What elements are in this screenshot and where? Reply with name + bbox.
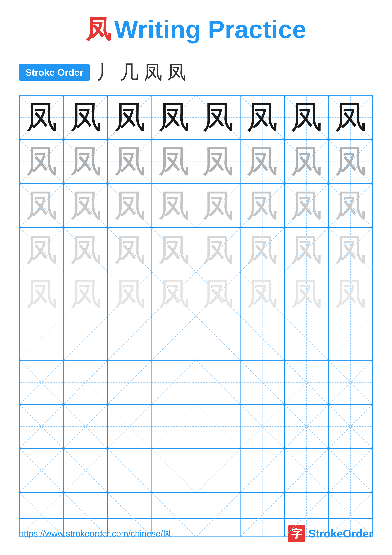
practice-char: 凤: [291, 102, 322, 133]
grid-cell[interactable]: [240, 404, 284, 449]
logo-order: Order: [343, 527, 373, 540]
svg-line-103: [152, 361, 196, 404]
grid-cell[interactable]: 凤: [64, 139, 108, 183]
grid-cell[interactable]: 凤: [152, 95, 196, 139]
grid-cell[interactable]: [64, 360, 108, 404]
practice-char: 凤: [335, 234, 366, 266]
practice-char: 凤: [158, 146, 190, 177]
svg-line-106: [241, 361, 284, 404]
grid-cell[interactable]: [108, 360, 152, 404]
grid-cell[interactable]: [196, 360, 240, 404]
grid-cell[interactable]: [284, 316, 328, 360]
grid-cell[interactable]: [108, 449, 152, 493]
grid-cell[interactable]: 凤: [240, 272, 284, 316]
grid-cell[interactable]: [196, 404, 240, 449]
practice-char: 凤: [114, 190, 146, 221]
svg-line-110: [329, 361, 372, 404]
grid-cell[interactable]: 凤: [20, 228, 64, 272]
grid-cell[interactable]: 凤: [64, 272, 108, 316]
grid-cell[interactable]: 凤: [64, 183, 108, 228]
grid-cell[interactable]: 凤: [20, 183, 64, 228]
grid-cell[interactable]: [64, 449, 108, 493]
grid-cell[interactable]: [328, 404, 372, 449]
grid-cell[interactable]: [240, 316, 284, 360]
grid-cell[interactable]: [64, 316, 108, 360]
grid-cell[interactable]: [328, 449, 372, 493]
grid-cell[interactable]: 凤: [240, 228, 284, 272]
grid-cell[interactable]: 凤: [328, 228, 372, 272]
practice-char: 凤: [158, 190, 190, 221]
grid-cell[interactable]: 凤: [284, 272, 328, 316]
grid-cell[interactable]: [240, 360, 284, 404]
footer-url[interactable]: https://www.strokeorder.com/chinese/凤: [19, 528, 172, 540]
svg-line-100: [108, 361, 151, 404]
grid-cell[interactable]: 凤: [108, 139, 152, 183]
grid-cell[interactable]: 凤: [152, 272, 196, 316]
grid-cell[interactable]: 凤: [20, 272, 64, 316]
grid-cell[interactable]: 凤: [328, 95, 372, 139]
grid-cell[interactable]: 凤: [152, 228, 196, 272]
svg-line-111: [329, 361, 372, 404]
grid-cell[interactable]: 凤: [284, 139, 328, 183]
grid-cell[interactable]: [20, 449, 64, 493]
grid-cell[interactable]: 凤: [196, 183, 240, 228]
grid-cell[interactable]: [328, 316, 372, 360]
grid-cell[interactable]: [240, 449, 284, 493]
grid-cell[interactable]: 凤: [328, 183, 372, 228]
grid-cell[interactable]: 凤: [152, 139, 196, 183]
grid-cell[interactable]: 凤: [108, 95, 152, 139]
grid-cell[interactable]: 凤: [20, 139, 64, 183]
grid-cell[interactable]: 凤: [328, 139, 372, 183]
grid-cell[interactable]: [196, 449, 240, 493]
grid-cell[interactable]: [108, 316, 152, 360]
practice-char: 凤: [291, 234, 322, 266]
svg-line-96: [20, 361, 63, 404]
svg-line-121: [196, 405, 240, 448]
grid-cell[interactable]: 凤: [240, 183, 284, 228]
grid-cell[interactable]: 凤: [284, 95, 328, 139]
svg-line-118: [152, 405, 196, 448]
grid-cell[interactable]: 凤: [240, 95, 284, 139]
svg-line-130: [64, 449, 107, 492]
grid-cell[interactable]: [108, 404, 152, 449]
grid-cell[interactable]: [284, 360, 328, 404]
practice-char: 凤: [114, 278, 146, 310]
grid-cell[interactable]: 凤: [196, 139, 240, 183]
grid-cell[interactable]: 凤: [240, 139, 284, 183]
grid-cell[interactable]: 凤: [64, 228, 108, 272]
grid-cell[interactable]: [20, 316, 64, 360]
svg-line-115: [64, 405, 107, 448]
svg-line-124: [285, 405, 328, 448]
grid-cell[interactable]: [64, 404, 108, 449]
grid-cell[interactable]: [152, 360, 196, 404]
grid-cell[interactable]: 凤: [20, 95, 64, 139]
grid-cell[interactable]: [152, 449, 196, 493]
grid-cell[interactable]: 凤: [64, 95, 108, 139]
grid-cell[interactable]: 凤: [196, 272, 240, 316]
grid-cell[interactable]: 凤: [152, 183, 196, 228]
grid-cell[interactable]: 凤: [196, 228, 240, 272]
grid-cell[interactable]: [196, 316, 240, 360]
grid-cell[interactable]: 凤: [108, 272, 152, 316]
svg-line-93: [285, 316, 328, 360]
practice-char: 凤: [202, 102, 234, 133]
grid-cell[interactable]: 凤: [108, 183, 152, 228]
svg-line-122: [241, 405, 284, 448]
grid-cell[interactable]: [284, 449, 328, 493]
grid-cell[interactable]: 凤: [196, 95, 240, 139]
svg-line-119: [152, 405, 196, 448]
grid-cell[interactable]: 凤: [328, 272, 372, 316]
practice-char: 凤: [114, 234, 146, 266]
grid-cell[interactable]: [20, 404, 64, 449]
grid-cell[interactable]: [284, 404, 328, 449]
grid-cell[interactable]: 凤: [284, 228, 328, 272]
grid-cell[interactable]: [20, 360, 64, 404]
grid-cell[interactable]: [152, 316, 196, 360]
grid-cell[interactable]: 凤: [108, 228, 152, 272]
grid-cell[interactable]: 凤: [284, 183, 328, 228]
page-title: 凤Writing Practice: [19, 13, 373, 47]
grid-cell[interactable]: [328, 360, 372, 404]
grid-cell[interactable]: [152, 404, 196, 449]
svg-line-135: [152, 449, 196, 492]
svg-line-114: [64, 405, 107, 448]
